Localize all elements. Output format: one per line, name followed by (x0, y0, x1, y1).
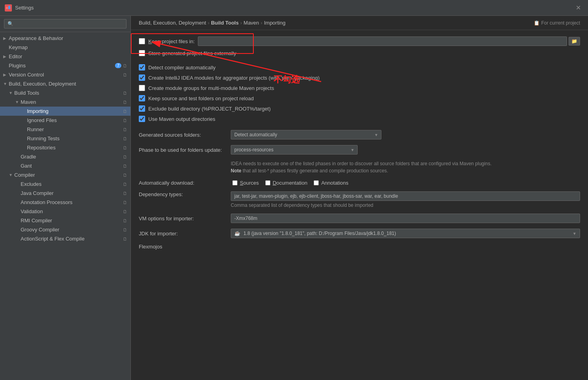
sidebar-item-runner[interactable]: Runner 🗋 (0, 125, 130, 134)
sidebar-item-java-compiler[interactable]: Java Compiler 🗋 (0, 189, 130, 198)
generated-sources-row: Generated sources folders: Detect automa… (139, 130, 580, 139)
annotations-label: Annotations (321, 180, 349, 186)
for-current-label: For current project (541, 20, 580, 26)
sidebar: ▶ Appearance & Behavior Keymap ▶ Editor … (0, 16, 131, 380)
sidebar-item-build-tools[interactable]: ▼ Build Tools 🗋 (0, 88, 130, 97)
window-title: Settings (15, 5, 34, 11)
sidebar-item-importing[interactable]: Importing 🗋 (0, 107, 130, 116)
annotations-checkbox-item: Annotations (314, 180, 349, 186)
jdk-select-wrapper: ☕ 1.8 (java version "1.8.0_181", path: D… (231, 229, 580, 238)
sidebar-item-groovy-compiler[interactable]: Groovy Compiler 🗋 (0, 225, 130, 234)
detect-compiler-label: Detect compiler automatically (148, 65, 216, 71)
settings-content: Keep project files in: 📁 Store generated… (131, 30, 588, 262)
dependency-types-row: Dependency types: Comma separated list o… (139, 191, 580, 208)
arrow-icon: ▼ (9, 91, 14, 95)
sidebar-item-gant[interactable]: Gant 🗋 (0, 161, 130, 170)
breadcrumb: Build, Execution, Deployment › Build Too… (139, 20, 285, 26)
keep-source-checkbox[interactable] (139, 95, 145, 101)
jdk-importer-row: JDK for importer: ☕ 1.8 (java version "1… (139, 229, 580, 238)
documentation-checkbox[interactable] (265, 180, 270, 185)
sidebar-item-label: Java Compiler (21, 190, 121, 196)
copy-icon: 🗋 (123, 164, 127, 168)
sidebar-item-editor[interactable]: ▶ Editor (0, 52, 130, 61)
sidebar-item-label: Validation (21, 208, 121, 214)
generated-sources-select[interactable]: Detect automatically Sources root Disabl… (231, 130, 381, 139)
sidebar-item-repositories[interactable]: Repositories 🗋 (0, 143, 130, 152)
auto-download-label: Automatically download: (139, 180, 226, 186)
copy-icon: 🗋 (123, 227, 127, 232)
create-modules-checkbox[interactable] (139, 74, 145, 81)
phase-row: Phase to be used for folders update: pro… (139, 145, 580, 155)
annotations-checkbox[interactable] (314, 180, 319, 185)
copy-icon: 🗋 (123, 63, 127, 68)
sidebar-item-maven[interactable]: ▼ Maven 🗋 (0, 97, 130, 107)
sidebar-item-gradle[interactable]: Gradle 🗋 (0, 152, 130, 161)
detect-compiler-row: Detect compiler automatically (139, 64, 580, 71)
path-input-wrapper: 📁 (198, 36, 580, 46)
sidebar-item-excludes[interactable]: Excludes 🗋 (0, 179, 130, 189)
create-module-groups-checkbox[interactable] (139, 85, 145, 91)
sidebar-item-label: Repositories (27, 145, 121, 151)
sidebar-item-annotation-processors[interactable]: Annotation Processors 🗋 (0, 198, 130, 207)
phase-select-wrapper: process-resources generate-sources proce… (231, 145, 358, 155)
sidebar-item-appearance[interactable]: ▶ Appearance & Behavior (0, 34, 130, 43)
note-label: Note (231, 168, 241, 174)
close-button[interactable]: ✕ (573, 3, 583, 12)
sidebar-item-label: Gant (21, 163, 121, 169)
use-maven-output-label: Use Maven output directories (148, 116, 215, 122)
sidebar-item-version-control[interactable]: ▶ Version Control 🗋 (0, 70, 130, 79)
keep-project-files-input[interactable] (198, 36, 567, 46)
vm-options-row: VM options for importer: (139, 214, 580, 223)
sidebar-item-compiler[interactable]: ▼ Compiler 🗋 (0, 170, 130, 179)
dependency-types-hint: Comma separated list of dependency types… (231, 202, 580, 208)
keep-project-files-row: Keep project files in: 📁 (139, 36, 580, 46)
generated-sources-label: Generated sources folders: (139, 132, 226, 138)
sidebar-item-label: Maven (21, 99, 121, 105)
keep-project-files-label: Keep project files in: (148, 38, 195, 44)
store-generated-checkbox[interactable] (139, 50, 145, 56)
create-module-groups-label: Create module groups for multi-module Ma… (148, 85, 274, 91)
arrow-icon: ▶ (3, 54, 9, 59)
info-text-content: IDEA needs to execute one of the listed … (231, 161, 492, 166)
arrow-icon: ▼ (15, 100, 21, 104)
sources-checkbox-item: Sources (232, 180, 259, 186)
sidebar-item-ignored-files[interactable]: Ignored Files 🗋 (0, 116, 130, 125)
sidebar-item-plugins[interactable]: Plugins 7 🗋 (0, 61, 130, 70)
sidebar-item-build-execution[interactable]: ▼ Build, Execution, Deployment (0, 79, 130, 88)
dependency-types-input[interactable] (231, 191, 580, 201)
vm-options-label: VM options for importer: (139, 216, 226, 222)
sidebar-item-label: Compiler (14, 172, 121, 178)
jdk-icon: ☕ (231, 229, 243, 238)
use-maven-output-checkbox[interactable] (139, 116, 145, 122)
vm-options-input[interactable] (231, 214, 580, 223)
sidebar-item-validation[interactable]: Validation 🗋 (0, 207, 130, 216)
sidebar-item-rmi-compiler[interactable]: RMI Compiler 🗋 (0, 216, 130, 225)
detect-compiler-checkbox[interactable] (139, 64, 145, 71)
jdk-select[interactable]: 1.8 (java version "1.8.0_181", path: D:/… (243, 229, 569, 238)
plugins-badge: 7 (115, 63, 121, 68)
sidebar-item-actionscript[interactable]: ActionScript & Flex Compile 🗋 (0, 234, 130, 243)
sidebar-item-running-tests[interactable]: Running Tests 🗋 (0, 134, 130, 143)
sources-label: Sources (240, 180, 259, 186)
exclude-build-checkbox[interactable] (139, 105, 145, 112)
arrow-icon: ▶ (3, 36, 9, 40)
copy-icon: 🗋 (123, 155, 127, 159)
copy-icon: 🗋 (123, 200, 127, 205)
keep-project-files-checkbox[interactable] (139, 38, 145, 44)
search-input[interactable] (4, 19, 126, 29)
sources-checkbox[interactable] (232, 180, 237, 185)
jdk-importer-control: ☕ 1.8 (java version "1.8.0_181", path: D… (231, 229, 580, 238)
copy-icon: 🗋 (123, 209, 127, 214)
breadcrumb-part-1: Build, Execution, Deployment (139, 20, 206, 26)
browse-button[interactable]: 📁 (569, 37, 580, 46)
copy-icon: 🗋 (123, 73, 127, 77)
copy-icon: 🗋 (123, 136, 127, 141)
sidebar-item-label: Groovy Compiler (21, 227, 121, 233)
store-generated-row: Store generated project files externally (139, 50, 580, 56)
phase-select[interactable]: process-resources generate-sources proce… (231, 145, 358, 155)
keep-source-row: Keep source and test folders on project … (139, 95, 580, 101)
copy-icon: 🗋 (123, 218, 127, 223)
sidebar-item-label: ActionScript & Flex Compile (21, 236, 121, 242)
sidebar-item-label: Excludes (21, 181, 121, 187)
sidebar-item-keymap[interactable]: Keymap (0, 43, 130, 52)
